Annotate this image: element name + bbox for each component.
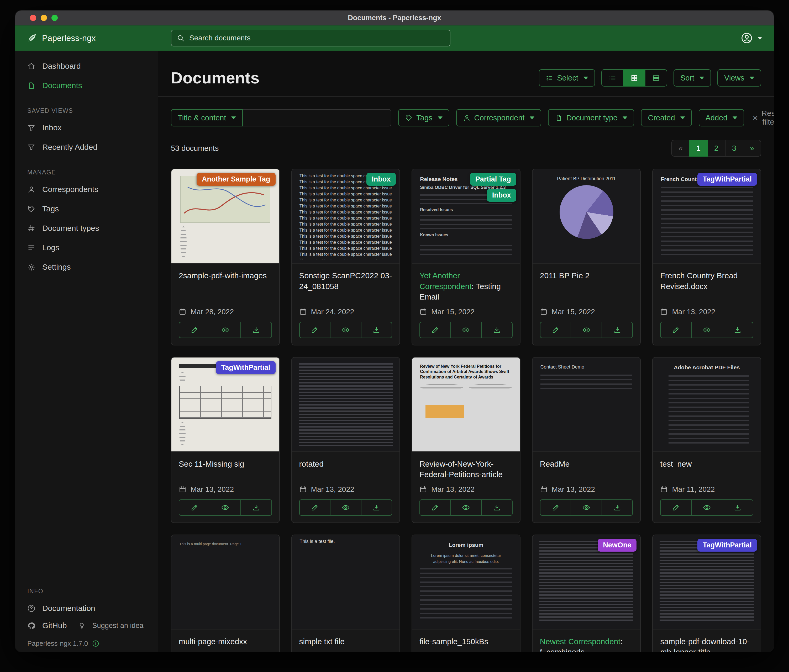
- info-icon[interactable]: [92, 640, 99, 647]
- pagination-page-2[interactable]: 2: [707, 140, 725, 157]
- document-title[interactable]: 2011 BP Pie 2: [540, 271, 633, 281]
- document-thumbnail[interactable]: French Country Bread TagWithPartial: [653, 169, 761, 264]
- edit-button[interactable]: [540, 322, 572, 338]
- sidebar-item-logs[interactable]: Logs: [15, 238, 158, 257]
- view-button[interactable]: [450, 322, 482, 338]
- edit-button[interactable]: [419, 499, 451, 516]
- tag-chip[interactable]: Another Sample Tag: [196, 173, 276, 186]
- sidebar-item-suggest-idea[interactable]: Suggest an idea: [67, 618, 143, 633]
- zoom-window-button[interactable]: [51, 15, 58, 21]
- view-button[interactable]: [691, 499, 723, 516]
- edit-button[interactable]: [419, 322, 451, 338]
- tags-filter-button[interactable]: Tags: [398, 109, 449, 126]
- view-button[interactable]: [330, 322, 361, 338]
- download-button[interactable]: [361, 322, 392, 338]
- created-filter-button[interactable]: Created: [641, 109, 692, 126]
- document-thumbnail[interactable]: This is a test file.: [292, 535, 400, 629]
- view-button[interactable]: [571, 499, 602, 516]
- document-title[interactable]: file-sample_150kBs: [419, 636, 513, 647]
- view-button[interactable]: [691, 322, 723, 338]
- document-thumbnail[interactable]: Patient BP Distribution 2011: [533, 169, 640, 264]
- document-title[interactable]: Newest Correspondent: f_combineds: [540, 636, 633, 652]
- pagination-prev[interactable]: «: [671, 140, 690, 157]
- edit-button[interactable]: [660, 499, 692, 516]
- document-title[interactable]: Sonstige ScanPC2022 03-24_081058: [299, 271, 392, 292]
- download-button[interactable]: [481, 499, 513, 516]
- document-title[interactable]: Review-of-New-York-Federal-Petitions-art…: [419, 459, 513, 480]
- document-title[interactable]: Yet Another Correspondent: Testing Email: [419, 271, 513, 303]
- views-button[interactable]: Views: [717, 69, 761, 86]
- sidebar-item-inbox[interactable]: Inbox: [15, 118, 158, 137]
- document-title[interactable]: Sec 11-Missing sig: [179, 459, 272, 470]
- pagination-next[interactable]: »: [743, 140, 761, 157]
- correspondent-filter-button[interactable]: Correspondent: [456, 109, 541, 126]
- document-thumbnail[interactable]: [292, 358, 400, 452]
- document-thumbnail[interactable]: Contact Sheet Demo: [533, 358, 640, 452]
- tag-chip[interactable]: Inbox: [366, 173, 396, 186]
- sidebar-item-tags[interactable]: Tags: [15, 199, 158, 218]
- document-thumbnail[interactable]: Review of New York Federal Petitions for…: [412, 358, 520, 452]
- app-logo[interactable]: Paperless-ngx: [27, 33, 96, 43]
- document-title[interactable]: simple txt file: [299, 636, 392, 647]
- view-grid-button[interactable]: [623, 69, 645, 86]
- document-thumbnail[interactable]: Adobe Acrobat PDF Files: [653, 358, 761, 452]
- document-thumbnail[interactable]: TagWithPartial: [171, 358, 279, 452]
- view-button[interactable]: [450, 499, 482, 516]
- document-thumbnail[interactable]: This is a test for the double space char…: [292, 169, 400, 264]
- document-title[interactable]: French Country Bread Revised.docx: [660, 271, 753, 292]
- sidebar-item-github[interactable]: GitHub: [15, 618, 67, 633]
- title-content-filter-input[interactable]: [243, 109, 391, 126]
- edit-button[interactable]: [299, 322, 331, 338]
- edit-button[interactable]: [179, 499, 210, 516]
- document-thumbnail[interactable]: Another Sample Tag: [171, 169, 279, 264]
- added-filter-button[interactable]: Added: [699, 109, 744, 126]
- tag-chip[interactable]: TagWithPartial: [697, 539, 757, 552]
- sidebar-item-settings[interactable]: Settings: [15, 257, 158, 277]
- document-thumbnail[interactable]: TagWithPartial: [653, 535, 761, 629]
- reset-filters-button[interactable]: × Reset filters: [751, 109, 774, 127]
- sidebar-item-document-types[interactable]: Document types: [15, 218, 158, 238]
- view-details-button[interactable]: [645, 69, 667, 86]
- sidebar-item-recently-added[interactable]: Recently Added: [15, 137, 158, 157]
- tag-chip[interactable]: TagWithPartial: [697, 173, 757, 186]
- edit-button[interactable]: [179, 322, 210, 338]
- download-button[interactable]: [722, 499, 753, 516]
- view-button[interactable]: [571, 322, 602, 338]
- pagination-page-3[interactable]: 3: [725, 140, 743, 157]
- document-title[interactable]: test_new: [660, 459, 753, 470]
- view-button[interactable]: [330, 499, 361, 516]
- tag-chip[interactable]: Partial Tag: [470, 173, 516, 186]
- view-button[interactable]: [210, 499, 241, 516]
- document-type-filter-button[interactable]: Document type: [548, 109, 634, 126]
- download-button[interactable]: [722, 322, 753, 338]
- edit-button[interactable]: [540, 499, 572, 516]
- document-thumbnail[interactable]: Release Notes Simba ODBC Driver for SQL …: [412, 169, 520, 264]
- download-button[interactable]: [361, 499, 392, 516]
- download-button[interactable]: [602, 499, 633, 516]
- document-title[interactable]: rotated: [299, 459, 392, 470]
- view-button[interactable]: [210, 322, 241, 338]
- tag-chip[interactable]: NewOne: [598, 539, 637, 552]
- document-thumbnail[interactable]: This is a multi page document. Page 1.: [171, 535, 279, 629]
- card-correspondent[interactable]: Yet Another Correspondent: [419, 271, 471, 291]
- account-menu[interactable]: [741, 32, 762, 44]
- sidebar-item-correspondents[interactable]: Correspondents: [15, 180, 158, 199]
- minimize-window-button[interactable]: [41, 15, 47, 21]
- download-button[interactable]: [240, 322, 272, 338]
- document-title[interactable]: 2sample-pdf-with-images: [179, 271, 272, 281]
- sort-button[interactable]: Sort: [674, 69, 711, 86]
- select-button[interactable]: Select: [539, 69, 595, 86]
- sidebar-item-documents[interactable]: Documents: [15, 76, 158, 95]
- pagination-page-1[interactable]: 1: [689, 140, 708, 157]
- card-correspondent[interactable]: Newest Correspondent: [540, 637, 620, 646]
- view-list-button[interactable]: [601, 69, 624, 86]
- download-button[interactable]: [240, 499, 272, 516]
- document-title[interactable]: sample-pdf-download-10-mb-longer-title: [660, 636, 753, 652]
- document-title[interactable]: ReadMe: [540, 459, 633, 470]
- global-search[interactable]: [171, 30, 450, 46]
- sidebar-item-dashboard[interactable]: Dashboard: [15, 56, 158, 76]
- search-input[interactable]: [189, 33, 445, 43]
- title-content-filter-button[interactable]: Title & content: [171, 109, 243, 126]
- document-thumbnail[interactable]: Lorem ipsum Lorem ipsum dolor sit amet, …: [412, 535, 520, 629]
- tag-chip[interactable]: Inbox: [487, 189, 516, 202]
